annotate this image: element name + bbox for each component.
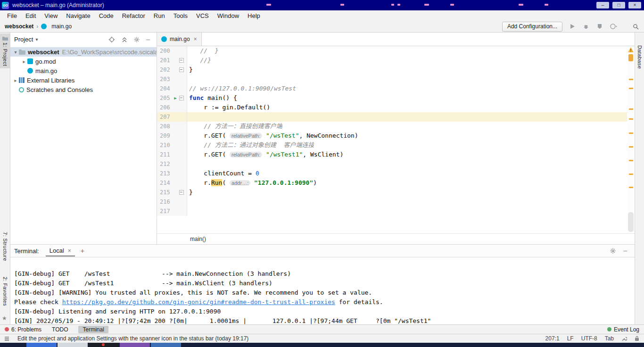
gutter[interactable]: 207: [157, 112, 187, 122]
tool-button-favorites[interactable]: 2: Favorites: [0, 274, 10, 308]
menu-item-code[interactable]: Code: [95, 12, 118, 19]
status-message[interactable]: Edit the project and application Setting…: [17, 335, 248, 342]
editor-error-stripe[interactable]: [627, 46, 635, 233]
toolwindow-problems[interactable]: 6: Problems: [5, 326, 41, 333]
minimize-button[interactable]: –: [596, 2, 609, 8]
menu-item-window[interactable]: Window: [213, 12, 243, 19]
menu-item-view[interactable]: View: [40, 12, 62, 19]
gutter[interactable]: 213: [157, 169, 187, 178]
menu-item-vcs[interactable]: VCS: [192, 12, 213, 19]
code-line[interactable]: 214 r.Run( addr…: "127.0.0.1:9090"): [157, 178, 627, 188]
tree-item-scratches-and-consoles[interactable]: Scratches and Consoles: [10, 85, 157, 94]
warning-stripe-mark[interactable]: [629, 108, 633, 110]
code-line[interactable]: 213 clientCount = 0: [157, 169, 627, 178]
gutter[interactable]: 208: [157, 122, 187, 131]
warning-stripe-mark[interactable]: [629, 174, 633, 175]
toolwindow-event-log[interactable]: Event Log: [607, 326, 639, 333]
code-line[interactable]: 216: [157, 197, 627, 207]
code-line[interactable]: 209 r.GET( relativePath: "/wsTest", NewC…: [157, 131, 627, 140]
code-line[interactable]: 215}: [157, 188, 627, 197]
gutter[interactable]: 201: [157, 56, 187, 65]
fold-marker-icon[interactable]: [179, 188, 184, 197]
gear-icon[interactable]: [610, 248, 616, 254]
spanner-icon[interactable]: [621, 336, 627, 341]
favorites-star-icon[interactable]: ★: [2, 315, 7, 322]
tree-item-websocket[interactable]: ▾websocketE:\Go_WorkSpace\src\code.scica…: [10, 47, 157, 57]
gutter[interactable]: 205▶: [157, 93, 187, 103]
code-line[interactable]: 205▶func main() {: [157, 93, 627, 103]
fold-marker-icon[interactable]: [179, 65, 184, 74]
add-configuration-button[interactable]: Add Configuration...: [502, 22, 562, 32]
gutter[interactable]: 206: [157, 103, 187, 112]
hide-panel-icon[interactable]: ─: [623, 248, 627, 254]
code-line[interactable]: 202}: [157, 65, 627, 74]
menu-item-tools[interactable]: Tools: [169, 12, 192, 19]
tree-item-external-libraries[interactable]: ▸External Libraries: [10, 75, 157, 85]
tree-chevron-icon[interactable]: ▸: [21, 59, 27, 64]
tree-item-go-mod[interactable]: ▸go.mod: [10, 57, 157, 66]
tool-button-project[interactable]: 1: Project: [0, 33, 10, 68]
menu-item-run[interactable]: Run: [149, 12, 169, 19]
code-line[interactable]: 211 r.GET( relativePath: "/wsTest1", WsC…: [157, 150, 627, 159]
close-tab-icon[interactable]: ×: [68, 248, 71, 254]
tree-item-main-go[interactable]: main.go: [10, 66, 157, 75]
code-line[interactable]: 206 r := gin.Default(): [157, 103, 627, 112]
gutter[interactable]: 211: [157, 150, 187, 159]
code-line[interactable]: 208 // 方法一：直接创建客户端: [157, 122, 627, 131]
locate-file-icon[interactable]: [108, 36, 115, 43]
code-line[interactable]: 201 //}: [157, 56, 627, 65]
code-line[interactable]: 212: [157, 159, 627, 169]
toolwindow-todo[interactable]: TODO: [52, 326, 68, 333]
breadcrumb-project[interactable]: websocket: [5, 23, 33, 30]
file-encoding[interactable]: UTF-8: [581, 335, 597, 342]
tree-chevron-icon[interactable]: ▾: [12, 50, 19, 55]
gear-icon[interactable]: [134, 37, 140, 42]
search-everywhere-icon[interactable]: [632, 23, 639, 30]
code-line[interactable]: 207: [157, 112, 627, 122]
menu-item-edit[interactable]: Edit: [21, 12, 40, 19]
lock-icon[interactable]: [635, 336, 639, 341]
code-line[interactable]: 210 // 方法二：通过对象创建 客户端连接: [157, 140, 627, 150]
coverage-icon[interactable]: [596, 23, 603, 30]
taskbar-item[interactable]: [26, 343, 57, 347]
tool-button-database[interactable]: Database: [635, 43, 644, 71]
terminal-output[interactable]: [GIN-debug] GET /wsTest --> main.NewConn…: [10, 257, 635, 326]
tree-chevron-icon[interactable]: ▸: [12, 78, 19, 83]
collapse-all-icon[interactable]: [122, 37, 127, 42]
warning-stripe-mark[interactable]: [629, 118, 633, 120]
code-line[interactable]: 200 // }: [157, 46, 627, 56]
gutter[interactable]: 217: [157, 207, 187, 216]
toolwindow-terminal[interactable]: Terminal: [78, 326, 108, 333]
terminal-link[interactable]: https://pkg.go.dev/github.com/gin-gonic/…: [62, 298, 335, 306]
code-line[interactable]: 203: [157, 74, 627, 84]
line-ending[interactable]: LF: [567, 335, 574, 342]
warning-stripe-mark[interactable]: [629, 160, 633, 161]
gutter[interactable]: 215: [157, 188, 187, 197]
close-tab-icon[interactable]: ×: [194, 36, 197, 42]
warning-stripe-mark[interactable]: [629, 146, 633, 148]
debug-icon[interactable]: [582, 23, 590, 30]
gutter[interactable]: 210: [157, 140, 187, 150]
warning-stripe-mark[interactable]: [629, 132, 633, 134]
profiler-icon[interactable]: [610, 23, 617, 30]
taskbar-item[interactable]: [151, 343, 181, 347]
code-line[interactable]: 204// ws://127.0.0.1:9090/wsTest: [157, 84, 627, 93]
restore-button[interactable]: □: [612, 2, 625, 8]
warning-triangle-icon[interactable]: [628, 47, 634, 52]
caret-position[interactable]: 207:1: [545, 335, 560, 342]
new-terminal-icon[interactable]: +: [81, 247, 84, 255]
gutter[interactable]: 204: [157, 84, 187, 93]
breadcrumb-file[interactable]: main.go: [41, 23, 72, 30]
fold-marker-icon[interactable]: [179, 93, 184, 103]
tool-button-structure[interactable]: 7: Structure: [0, 230, 10, 264]
gutter[interactable]: 200: [157, 46, 187, 56]
terminal-tab-local[interactable]: Local ×: [46, 245, 75, 256]
warning-stripe-mark[interactable]: [629, 187, 633, 188]
code-line[interactable]: 217: [157, 207, 627, 216]
code-area[interactable]: 200 // }201 //}202}203204// ws://127.0.0…: [157, 46, 627, 233]
run-icon[interactable]: [569, 23, 576, 30]
warning-stripe-mark[interactable]: [629, 79, 633, 80]
menu-item-navigate[interactable]: Navigate: [62, 12, 94, 19]
warning-stripe-mark[interactable]: [629, 88, 633, 89]
gutter[interactable]: 202: [157, 65, 187, 74]
